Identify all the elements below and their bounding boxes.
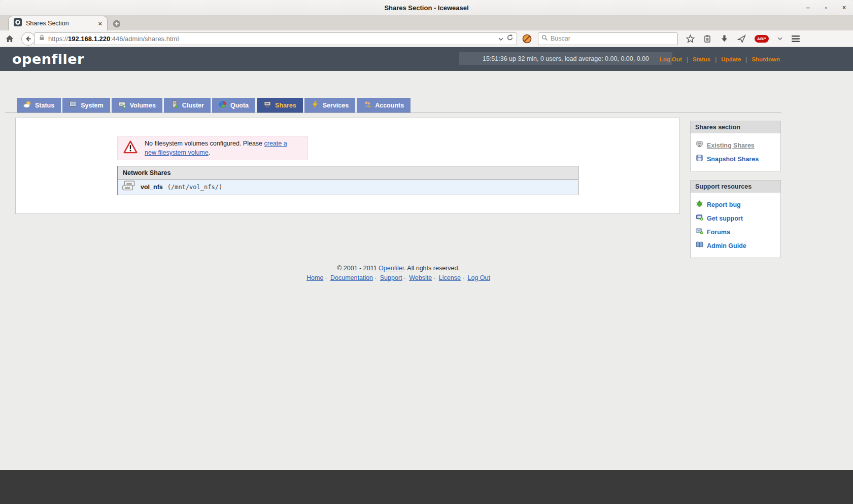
- support-icon: [696, 213, 703, 223]
- copyright-line: © 2001 - 2011 Openfiler. All rights rese…: [0, 264, 797, 273]
- adblock-plus-icon[interactable]: ABP: [755, 35, 769, 43]
- footer-documentation-link[interactable]: Documentation: [330, 274, 373, 281]
- uptime-status: 15:51:36 up 32 min, 0 users, load averag…: [459, 52, 672, 65]
- copyright-text-after: . All rights reserved.: [404, 265, 460, 272]
- tab-system[interactable]: System: [62, 98, 110, 113]
- warning-text-after: .: [209, 149, 210, 156]
- tab-quota[interactable]: Quota: [212, 98, 255, 113]
- bookmarks-list-icon[interactable]: [703, 34, 711, 43]
- footer-separator: ·: [374, 274, 377, 281]
- sidebar-item-existing-shares[interactable]: Existing Shares: [696, 140, 775, 150]
- tab-cluster[interactable]: Cluster: [164, 98, 211, 113]
- footer-links: Home· Documentation· Support· Website· L…: [0, 273, 797, 283]
- tab-label: Shares: [275, 102, 296, 109]
- tab-label: Status: [35, 102, 54, 109]
- back-button[interactable]: [21, 32, 35, 46]
- maximize-button[interactable]: ▫: [825, 5, 827, 11]
- tab-title: Shares Section: [26, 20, 94, 27]
- home-icon[interactable]: [5, 34, 14, 43]
- footer-support-link[interactable]: Support: [380, 274, 402, 281]
- tab-label: Services: [323, 102, 349, 109]
- shutdown-link[interactable]: Shutdown: [752, 56, 780, 62]
- tab-label: Cluster: [182, 102, 204, 109]
- url-path: :446/admin/shares.html: [110, 35, 179, 43]
- tab-services[interactable]: Services: [304, 98, 355, 113]
- warning-triangle-icon: [123, 140, 138, 156]
- browser-tab-shares-section[interactable]: Shares Section ×: [8, 16, 108, 30]
- header-separator: |: [745, 56, 747, 63]
- shares-drive-icon: [263, 100, 271, 110]
- footer-website-link[interactable]: Website: [409, 274, 432, 281]
- sidebar-item-admin-guide[interactable]: Admin Guide: [696, 241, 775, 250]
- snapshot-shares-link[interactable]: Snapshot Shares: [707, 156, 759, 163]
- volumes-disk-icon: [118, 100, 126, 110]
- right-sidebar: Shares section Existing Shares Snapshot …: [690, 121, 781, 267]
- bookmark-star-icon[interactable]: [686, 34, 695, 43]
- existing-shares-link[interactable]: Existing Shares: [707, 142, 755, 149]
- footer-logout-link[interactable]: Log Out: [468, 274, 490, 281]
- tab-close-icon[interactable]: ×: [98, 20, 102, 27]
- get-support-link[interactable]: Get support: [707, 215, 743, 222]
- cluster-server-icon: [170, 100, 179, 110]
- header-separator: |: [715, 56, 716, 63]
- menu-hamburger-icon[interactable]: [791, 35, 800, 43]
- admin-guide-link[interactable]: Admin Guide: [707, 242, 746, 249]
- logout-link[interactable]: Log Out: [660, 56, 682, 62]
- search-icon: [541, 34, 548, 43]
- table-header: Network Shares: [118, 166, 578, 179]
- tab-status[interactable]: Status: [17, 98, 61, 113]
- tab-volumes[interactable]: Volumes: [112, 98, 162, 113]
- tab-label: System: [81, 102, 103, 109]
- url-text: https://192.168.1.220:446/admin/shares.h…: [48, 35, 495, 43]
- lock-icon: [39, 34, 45, 43]
- footer-separator: ·: [462, 274, 464, 281]
- footer-home-link[interactable]: Home: [306, 274, 323, 281]
- quota-pie-icon: [219, 100, 227, 110]
- forums-link[interactable]: Forums: [707, 229, 730, 236]
- update-link[interactable]: Update: [721, 56, 741, 62]
- script-blocked-icon[interactable]: [522, 34, 532, 44]
- minimize-button[interactable]: –: [806, 5, 810, 11]
- url-host: 192.168.1.220: [68, 35, 110, 43]
- close-button[interactable]: ×: [842, 5, 846, 11]
- search-box[interactable]: [538, 32, 678, 45]
- footer-license-link[interactable]: License: [439, 274, 461, 281]
- url-scheme: https://: [48, 35, 68, 43]
- sidebar-item-snapshot-shares[interactable]: Snapshot Shares: [696, 154, 775, 164]
- openfiler-link[interactable]: Openfiler: [379, 265, 404, 272]
- support-resources-box: Support resources Report bug Get support…: [690, 180, 781, 258]
- bug-icon: [696, 200, 703, 209]
- new-tab-button[interactable]: [113, 20, 121, 28]
- site-header: openfiler 15:51:36 up 32 min, 0 users, l…: [0, 47, 853, 71]
- footer-separator: ·: [404, 274, 406, 281]
- tab-shares[interactable]: Shares: [257, 98, 303, 113]
- send-tab-icon[interactable]: [737, 34, 746, 43]
- table-row[interactable]: vol_nfs (/mnt/vol_nfs/): [118, 179, 578, 195]
- warning-text-before: No filesystem volumes configured. Please: [145, 140, 264, 147]
- page-footer: © 2001 - 2011 Openfiler. All rights rese…: [0, 264, 797, 283]
- url-dropdown-chevron-icon[interactable]: [498, 34, 503, 43]
- url-bar[interactable]: https://192.168.1.220:446/admin/shares.h…: [34, 32, 517, 45]
- reload-icon[interactable]: [506, 34, 514, 43]
- shares-section-box: Shares section Existing Shares Snapshot …: [690, 121, 781, 171]
- tab-label: Quota: [230, 102, 249, 109]
- adblock-chevron-icon[interactable]: [777, 37, 782, 41]
- warning-text: No filesystem volumes configured. Please…: [145, 139, 298, 157]
- tab-label: Volumes: [130, 102, 156, 109]
- network-shares-table: Network Shares vol_nfs (/mnt/vol_nfs/): [117, 166, 578, 195]
- downloads-icon[interactable]: [720, 34, 729, 43]
- status-weather-icon: [23, 100, 31, 110]
- search-input[interactable]: [551, 35, 674, 42]
- share-name[interactable]: vol_nfs: [141, 184, 163, 191]
- status-link[interactable]: Status: [693, 56, 710, 62]
- report-bug-link[interactable]: Report bug: [707, 201, 741, 208]
- tab-accounts[interactable]: Accounts: [357, 98, 411, 113]
- tabs-divider: [5, 113, 781, 113]
- window-controls: – ▫ ×: [806, 0, 846, 15]
- sidebar-item-get-support[interactable]: Get support: [696, 213, 775, 223]
- sidebar-item-report-bug[interactable]: Report bug: [696, 200, 775, 209]
- footer-separator: ·: [433, 274, 435, 281]
- sidebar-item-forums[interactable]: Forums: [696, 227, 775, 237]
- content-panel: No filesystem volumes configured. Please…: [15, 118, 680, 214]
- favicon-icon: [14, 18, 22, 28]
